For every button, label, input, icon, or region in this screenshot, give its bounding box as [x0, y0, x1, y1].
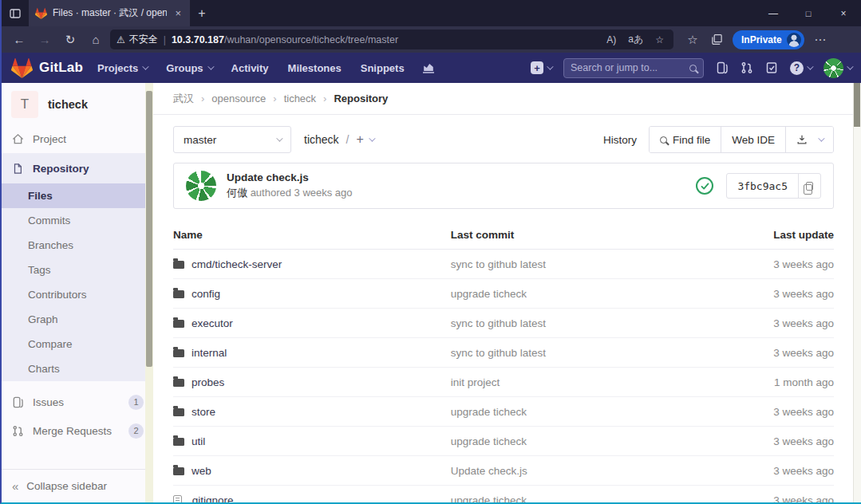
refresh-button[interactable]: ↻	[59, 30, 81, 50]
last-commit-message[interactable]: upgrade ticheck	[451, 397, 702, 427]
sidebar-item-project[interactable]: Project	[2, 124, 153, 153]
translate-icon[interactable]: aあ	[625, 33, 646, 46]
more-menu-icon[interactable]: ⋯	[809, 30, 831, 50]
last-commit-message[interactable]: sync to github latest	[451, 338, 702, 368]
table-row[interactable]: executor sync to github latest 3 weeks a…	[173, 309, 834, 338]
file-name-link[interactable]: probes	[192, 376, 224, 388]
todos-nav-icon[interactable]	[765, 61, 778, 74]
chevron-down-icon	[547, 63, 553, 69]
nav-groups[interactable]: Groups	[166, 62, 211, 74]
merge-requests-nav-icon[interactable]	[741, 61, 753, 74]
branch-selector[interactable]: master	[173, 126, 291, 153]
sidebar-subitem[interactable]: Commits	[2, 208, 153, 233]
sidebar-subitem[interactable]: Charts	[2, 356, 153, 381]
not-secure-warning[interactable]: ⚠ 不安全	[117, 33, 158, 46]
new-tab-button[interactable]: +	[190, 0, 214, 26]
download-dropdown[interactable]	[785, 127, 833, 152]
sidebar-scrollbar[interactable]	[145, 83, 153, 502]
sidebar-scrollbar-thumb[interactable]	[146, 91, 152, 367]
table-row[interactable]: probes init project 1 month ago	[173, 368, 834, 397]
copy-commit-button[interactable]	[798, 174, 820, 198]
file-name-link[interactable]: .gitignore	[189, 494, 234, 503]
nav-snippets[interactable]: Snippets	[361, 62, 405, 74]
nav-milestones[interactable]: Milestones	[288, 62, 342, 74]
table-row[interactable]: internal sync to github latest 3 weeks a…	[173, 338, 834, 368]
file-name-link[interactable]: store	[192, 406, 215, 418]
sidebar-item-repository[interactable]: Repository	[2, 153, 153, 183]
browser-tab[interactable]: Files · master · 武汉 / opensourc ×	[29, 0, 190, 26]
file-name-link[interactable]: util	[192, 435, 205, 447]
tabstrip-spacer	[214, 0, 756, 26]
tab-close-icon[interactable]: ×	[172, 7, 184, 19]
help-dropdown[interactable]: ?	[790, 61, 812, 75]
forward-button[interactable]: →	[34, 30, 56, 50]
find-file-button[interactable]: Find file	[650, 127, 721, 152]
file-name-link[interactable]: executor	[192, 317, 233, 329]
sidebar-subitem[interactable]: Files	[2, 183, 153, 208]
main-scrollbar-thumb[interactable]	[854, 83, 860, 127]
last-commit-message[interactable]: sync to github latest	[451, 250, 702, 279]
issues-nav-icon[interactable]	[716, 61, 729, 74]
commit-author-avatar[interactable]	[186, 171, 216, 201]
nav-projects[interactable]: Projects	[97, 62, 147, 74]
last-commit-message[interactable]: Update check.js	[451, 456, 702, 486]
sidebar-subitem[interactable]: Tags	[2, 258, 153, 282]
collections-icon[interactable]	[705, 30, 728, 50]
home-button[interactable]: ⌂	[85, 30, 107, 50]
file-name-link[interactable]: web	[192, 465, 211, 477]
add-file-dropdown[interactable]: +	[356, 132, 373, 147]
pipeline-status-icon[interactable]	[696, 177, 713, 195]
inprivate-badge[interactable]: InPrivate	[733, 30, 804, 49]
main-scrollbar[interactable]	[853, 83, 861, 502]
web-ide-button[interactable]: Web IDE	[721, 127, 785, 152]
search-box[interactable]	[563, 58, 704, 78]
table-row[interactable]: .gitignore upgrade ticheck 3 weeks ago	[173, 486, 834, 503]
collapse-sidebar-button[interactable]: « Collapse sidebar	[2, 469, 145, 502]
file-name-link[interactable]: config	[192, 288, 220, 300]
breadcrumb-project[interactable]: ticheck	[284, 93, 316, 104]
last-commit-message[interactable]: init project	[451, 368, 702, 397]
file-name-link[interactable]: cmd/ticheck-server	[192, 258, 282, 270]
commit-author-link[interactable]: 何傲	[227, 187, 247, 199]
search-input[interactable]	[571, 62, 685, 73]
user-menu[interactable]	[823, 58, 851, 78]
sidebar-subitem[interactable]: Branches	[2, 233, 153, 258]
file-name-link[interactable]: internal	[192, 347, 227, 359]
close-button[interactable]: ×	[826, 0, 861, 26]
commit-title-link[interactable]: Update check.js	[227, 171, 353, 183]
sidebar-item-merge-requests[interactable]: Merge Requests 2	[2, 416, 153, 445]
gitlab-logo[interactable]: GitLab	[11, 58, 83, 78]
address-bar[interactable]: ⚠ 不安全 | 10.3.70.187/wuhan/opensource/tic…	[110, 30, 673, 49]
breadcrumb-subgroup[interactable]: opensource	[211, 93, 266, 104]
last-commit-message[interactable]: upgrade ticheck	[451, 486, 702, 503]
table-row[interactable]: config upgrade ticheck 3 weeks ago	[173, 279, 834, 309]
history-link[interactable]: History	[603, 134, 637, 146]
repo-path: ticheck / +	[304, 132, 373, 147]
tab-actions-button[interactable]	[2, 0, 29, 26]
repo-path-project[interactable]: ticheck	[304, 133, 339, 146]
table-row[interactable]: cmd/ticheck-server sync to github latest…	[173, 250, 834, 279]
sidebar-item-issues[interactable]: Issues 1	[2, 388, 153, 416]
nav-activity[interactable]: Activity	[231, 62, 269, 74]
new-dropdown[interactable]: +	[531, 61, 551, 74]
analytics-chart-icon[interactable]	[422, 61, 435, 74]
read-aloud-icon[interactable]: A)	[603, 34, 619, 45]
minimize-button[interactable]: —	[756, 0, 791, 26]
sidebar-subitem[interactable]: Contributors	[2, 282, 153, 307]
breadcrumb-group[interactable]: 武汉	[173, 92, 194, 106]
sidebar-subitem[interactable]: Compare	[2, 332, 153, 356]
favorites-bar-icon[interactable]: ☆	[681, 30, 704, 50]
table-row[interactable]: web Update check.js 3 weeks ago	[173, 456, 834, 486]
table-row[interactable]: util upgrade ticheck 3 weeks ago	[173, 427, 834, 456]
maximize-button[interactable]: □	[791, 0, 826, 26]
table-row[interactable]: store upgrade ticheck 3 weeks ago	[173, 397, 834, 427]
last-commit-message[interactable]: upgrade ticheck	[451, 279, 702, 309]
last-commit-message[interactable]: upgrade ticheck	[451, 427, 702, 456]
last-commit-message[interactable]: sync to github latest	[451, 309, 702, 338]
add-favorite-icon[interactable]: ☆	[652, 34, 667, 45]
url-text[interactable]: 10.3.70.187/wuhan/opensource/ticheck/tre…	[172, 34, 598, 45]
commit-hash[interactable]: 3fbc9ac5	[727, 174, 798, 198]
sidebar-subitem[interactable]: Graph	[2, 307, 153, 332]
project-header[interactable]: T ticheck	[2, 83, 153, 124]
back-button[interactable]: ←	[8, 30, 30, 50]
